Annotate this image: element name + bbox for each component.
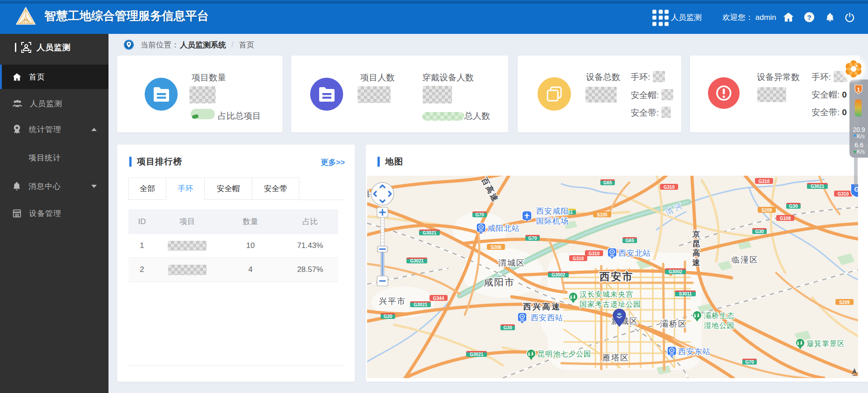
svg-text:G3002: G3002 <box>552 272 565 277</box>
svg-text:G108: G108 <box>780 216 791 221</box>
svg-text:雁塔区: 雁塔区 <box>602 353 629 362</box>
svg-text:速: 速 <box>692 258 700 267</box>
svg-text:G344: G344 <box>433 296 444 301</box>
svg-text:G70: G70 <box>476 212 484 217</box>
svg-text:西兴高速: 西兴高速 <box>523 302 561 311</box>
svg-text:国家考古遗址公园: 国家考古遗址公园 <box>580 300 641 308</box>
svg-text:G30: G30 <box>384 314 392 319</box>
svg-text:西安西站: 西安西站 <box>531 313 563 322</box>
svg-text:临潼区: 临潼区 <box>731 255 759 264</box>
svg-text:G3021: G3021 <box>423 230 436 235</box>
svg-text:湿地公园: 湿地公园 <box>704 322 735 329</box>
svg-text:6.6: 6.6 <box>854 141 863 149</box>
svg-text:渭城区: 渭城区 <box>498 258 525 267</box>
svg-text:簸箕掌景区: 簸箕掌景区 <box>807 340 845 347</box>
svg-text:国际机场: 国际机场 <box>536 217 569 225</box>
svg-text:G310: G310 <box>664 185 675 190</box>
svg-text:昆: 昆 <box>693 239 700 248</box>
svg-text:咸阳市: 咸阳市 <box>484 277 515 287</box>
svg-text:S208: S208 <box>491 245 501 250</box>
svg-text:G310: G310 <box>838 192 849 196</box>
svg-text:G30: G30 <box>755 229 764 234</box>
svg-text:?: ? <box>807 13 811 21</box>
svg-text:1: 1 <box>857 87 860 93</box>
svg-text:咸阳北站: 咸阳北站 <box>487 224 520 233</box>
svg-text:县: 县 <box>367 190 371 198</box>
svg-text:G65: G65 <box>626 238 634 243</box>
svg-text:20.9: 20.9 <box>853 126 865 133</box>
svg-text:灞桥生态: 灞桥生态 <box>704 312 735 319</box>
svg-text:昆明池七夕公园: 昆明池七夕公园 <box>538 350 591 358</box>
svg-text:S209: S209 <box>761 208 772 213</box>
svg-text:西安东站: 西安东站 <box>678 347 711 356</box>
svg-text:G65: G65 <box>604 180 612 185</box>
svg-text:汉长安城未央宫: 汉长安城未央宫 <box>580 290 633 298</box>
svg-text:G3021: G3021 <box>414 302 427 307</box>
svg-text:G310: G310 <box>573 256 584 261</box>
svg-text:G: G <box>854 186 858 193</box>
svg-text:西安咸阳: 西安咸阳 <box>536 207 569 215</box>
svg-text:G30: G30 <box>504 325 512 330</box>
svg-text:G3002: G3002 <box>669 269 682 274</box>
svg-text:G70: G70 <box>528 236 537 241</box>
svg-text:G3021: G3021 <box>811 184 824 189</box>
svg-text:西安市: 西安市 <box>599 271 633 282</box>
svg-text:K/s: K/s <box>857 149 864 155</box>
svg-text:G30: G30 <box>789 204 798 209</box>
svg-text:S209: S209 <box>839 300 850 305</box>
svg-text:京: 京 <box>692 230 700 239</box>
svg-text:G70: G70 <box>745 360 754 365</box>
svg-text:G310: G310 <box>589 251 600 256</box>
svg-text:高: 高 <box>693 248 700 257</box>
svg-text:S3011: S3011 <box>679 291 692 296</box>
svg-text:灞桥区: 灞桥区 <box>660 319 687 328</box>
svg-text:K/s: K/s <box>857 133 864 140</box>
svg-text:西安北站: 西安北站 <box>618 249 651 257</box>
svg-text:S105: S105 <box>597 212 608 217</box>
svg-text:G3021: G3021 <box>470 352 483 357</box>
svg-text:兴平市: 兴平市 <box>379 297 406 306</box>
svg-text:G310: G310 <box>759 179 770 184</box>
svg-text:G3021: G3021 <box>410 258 424 263</box>
